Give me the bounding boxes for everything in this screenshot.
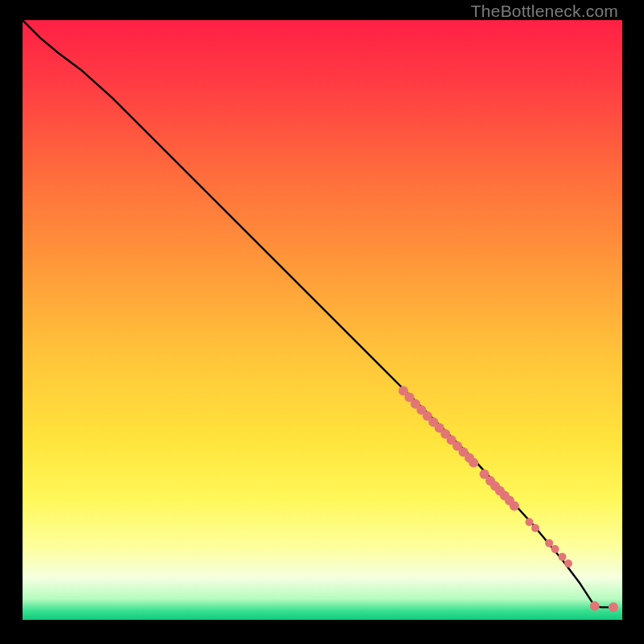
data-point (510, 501, 519, 510)
data-point (590, 601, 600, 611)
chart-svg (23, 20, 622, 620)
data-point (526, 518, 534, 526)
data-point (609, 602, 618, 612)
data-point (551, 545, 559, 553)
watermark-text: TheBottleneck.com (471, 2, 618, 21)
data-point (545, 539, 553, 547)
chart-stage: TheBottleneck.com (0, 0, 644, 644)
data-point (531, 524, 539, 532)
data-point (559, 553, 567, 561)
plot-area (23, 20, 622, 620)
data-point (564, 559, 572, 568)
data-point (469, 458, 478, 468)
